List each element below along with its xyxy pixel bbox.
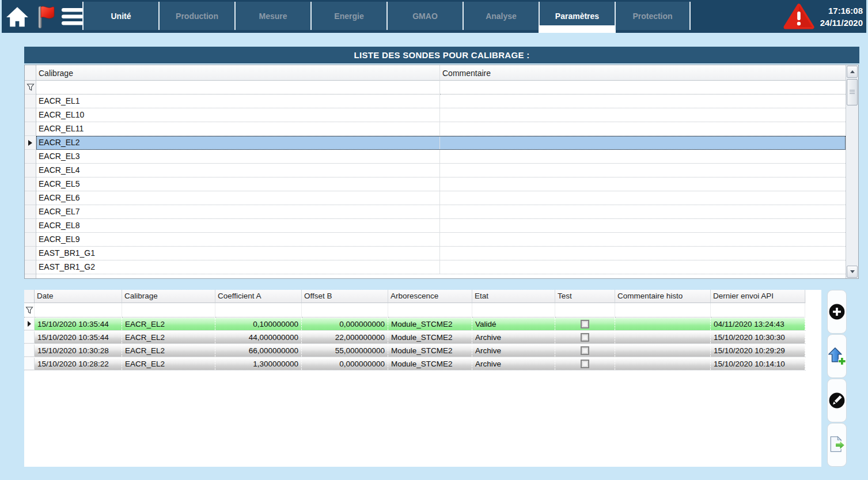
tab-gmao[interactable]: GMAO xyxy=(386,2,463,30)
filter-input-commentaire[interactable] xyxy=(440,81,846,95)
column-header-3[interactable]: Offset B xyxy=(302,290,388,303)
alarm-button[interactable] xyxy=(783,3,815,30)
sonde-row[interactable]: EACR_EL2 xyxy=(25,136,846,150)
history-row[interactable]: 15/10/2020 10:30:28EACR_EL266,0000000005… xyxy=(24,345,806,357)
sonde-row[interactable]: EACR_EL9 xyxy=(25,233,846,247)
home-button[interactable] xyxy=(5,3,29,30)
history-panel: DateCalibrageCoefficient AOffset BArbore… xyxy=(24,290,821,467)
sonde-row[interactable]: EACR_EL8 xyxy=(25,219,846,233)
column-header-0[interactable]: Date xyxy=(35,290,122,303)
export-button[interactable] xyxy=(827,423,847,467)
column-header-1[interactable]: Calibrage xyxy=(122,290,215,303)
column-header-2[interactable]: Coefficient A xyxy=(215,290,302,303)
filter-button[interactable] xyxy=(24,303,35,318)
sonde-row[interactable]: EACR_EL10 xyxy=(25,108,846,122)
sonde-row[interactable]: EACR_EL6 xyxy=(25,191,846,205)
filter-input-6[interactable] xyxy=(555,303,615,318)
filter-input-3[interactable] xyxy=(302,303,388,318)
filter-input-8[interactable] xyxy=(711,303,805,318)
tab-mesure[interactable]: Mesure xyxy=(234,2,310,30)
flag-icon xyxy=(34,4,56,29)
column-header-calibrage[interactable]: Calibrage xyxy=(36,65,440,81)
tab-energie[interactable]: Energie xyxy=(310,2,386,30)
row-selector-cell xyxy=(25,95,36,108)
sonde-row[interactable]: EACR_EL11 xyxy=(25,122,846,136)
menu-icon xyxy=(61,7,84,27)
filter-input-2[interactable] xyxy=(215,303,302,318)
flag-button[interactable] xyxy=(33,3,57,30)
scrollbar-thumb[interactable] xyxy=(847,79,858,105)
dernier-envoi-cell: 15/10/2020 10:29:29 xyxy=(711,345,805,357)
history-row[interactable]: 15/10/2020 10:28:22EACR_EL21,3000000000,… xyxy=(24,358,806,371)
filter-input-0[interactable] xyxy=(35,303,122,318)
history-filter-row xyxy=(24,303,806,318)
test-checkbox[interactable] xyxy=(581,360,589,368)
test-checkbox[interactable] xyxy=(581,320,589,328)
tab-analyse[interactable]: Analyse xyxy=(463,2,539,30)
calibrage-cell: EACR_EL11 xyxy=(36,122,440,135)
calibrage-cell: EACR_EL8 xyxy=(36,219,440,232)
home-icon xyxy=(6,5,29,28)
history-rows: 15/10/2020 10:35:44EACR_EL20,1000000000,… xyxy=(24,318,806,371)
test-checkbox[interactable] xyxy=(581,346,589,355)
filter-input-7[interactable] xyxy=(615,303,711,318)
row-selector-cell xyxy=(25,150,36,164)
sondes-header-row: Calibrage Commentaire xyxy=(25,65,846,81)
scroll-down-button[interactable] xyxy=(847,266,858,278)
dernier-envoi-cell: 15/10/2020 10:14:10 xyxy=(711,358,805,370)
column-header-7[interactable]: Commentaire histo xyxy=(615,290,711,303)
history-header-row: DateCalibrageCoefficient AOffset BArbore… xyxy=(24,290,806,303)
tab-parametres[interactable]: Paramètres xyxy=(539,2,615,30)
history-row[interactable]: 15/10/2020 10:35:44EACR_EL244,0000000002… xyxy=(24,331,806,344)
coefficient_a-cell: 66,000000000 xyxy=(215,345,302,357)
sonde-row[interactable]: EACR_EL4 xyxy=(25,164,846,177)
column-header-4[interactable]: Arborescence xyxy=(388,290,472,303)
filter-input-5[interactable] xyxy=(472,303,555,318)
sonde-row[interactable]: EACR_EL7 xyxy=(25,205,846,219)
selected-row-arrow-icon xyxy=(28,140,32,146)
filter-input-1[interactable] xyxy=(122,303,215,318)
filter-funnel-icon xyxy=(26,84,35,91)
test-checkbox[interactable] xyxy=(581,333,589,342)
sonde-row[interactable]: EAST_BR1_G2 xyxy=(25,260,846,274)
row-selector-cell xyxy=(24,331,35,343)
edit-button[interactable] xyxy=(827,379,847,422)
filter-input-calibrage[interactable] xyxy=(36,81,440,95)
arrow-down-icon xyxy=(850,270,855,273)
sonde-row[interactable]: EACR_EL5 xyxy=(25,177,846,191)
menu-button[interactable] xyxy=(60,3,85,30)
row-selector-cell xyxy=(24,318,35,330)
commentaire-histo-cell xyxy=(615,345,711,357)
column-header-5[interactable]: Etat xyxy=(472,290,555,303)
tab-production[interactable]: Production xyxy=(158,2,234,30)
vertical-scrollbar[interactable] xyxy=(846,65,858,278)
calibrage-cell: EACR_EL2 xyxy=(36,136,440,149)
upload-button[interactable] xyxy=(827,334,847,378)
column-header-6[interactable]: Test xyxy=(555,290,615,303)
tab-protection[interactable]: Protection xyxy=(615,2,691,30)
commentaire-cell xyxy=(440,191,846,205)
arborescence-cell: Module_STCME2 xyxy=(388,345,472,357)
export-document-icon xyxy=(828,434,846,455)
add-button[interactable] xyxy=(827,290,847,334)
row-selector-cell xyxy=(25,164,36,177)
sondes-table-content: Calibrage Commentaire EACR_EL1 EACR_EL10 xyxy=(25,65,846,278)
alarm-icon xyxy=(783,3,814,31)
column-header-8[interactable]: Dernier envoi API xyxy=(711,290,805,303)
filter-input-4[interactable] xyxy=(388,303,472,318)
etat-cell: Archive xyxy=(472,331,555,343)
commentaire-cell xyxy=(440,136,846,149)
tab-unite[interactable]: Unité xyxy=(82,2,158,30)
row-selector-cell xyxy=(25,177,36,191)
sonde-row[interactable]: EACR_EL3 xyxy=(25,150,846,164)
history-row[interactable]: 15/10/2020 10:35:44EACR_EL20,1000000000,… xyxy=(24,318,806,331)
page-title: LISTE DES SONDES POUR CALIBRAGE : xyxy=(354,50,530,60)
sonde-row[interactable]: EAST_BR1_G1 xyxy=(25,247,846,260)
filter-button[interactable] xyxy=(25,81,36,95)
row-selector-cell xyxy=(25,247,36,260)
sondes-rows: EACR_EL1 EACR_EL10 EACR_EL11 EACR_EL2 EA… xyxy=(25,95,846,278)
header-gutter-cell xyxy=(24,290,35,303)
scroll-up-button[interactable] xyxy=(847,66,858,78)
column-header-commentaire[interactable]: Commentaire xyxy=(440,65,846,81)
sonde-row[interactable]: EACR_EL1 xyxy=(25,95,846,108)
